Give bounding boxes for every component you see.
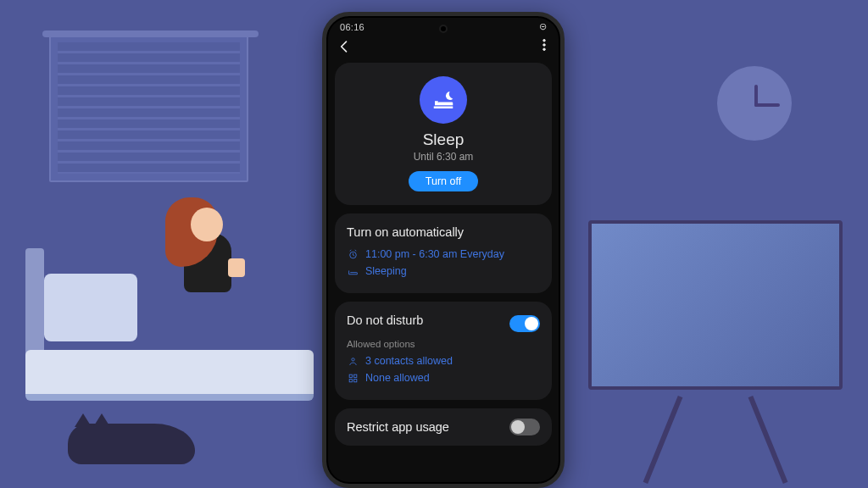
dnd-card: Do not disturb Allowed options 3 contact… <box>335 302 552 400</box>
svg-point-1 <box>543 44 546 47</box>
dnd-status-icon: ⊝ <box>539 21 547 32</box>
contacts-allowed-text: 3 contacts allowed <box>365 355 453 367</box>
schedule-row: 11:00 pm - 6:30 am Everyday <box>347 246 540 263</box>
mode-header-card: Sleep Until 6:30 am Turn off <box>335 63 552 205</box>
turn-off-button[interactable]: Turn off <box>409 171 478 191</box>
apps-allowed-text: None allowed <box>365 372 430 384</box>
dnd-toggle[interactable] <box>509 315 540 332</box>
condition-text: Sleeping <box>365 265 407 277</box>
mode-title: Sleep <box>347 130 540 149</box>
dnd-title: Do not disturb <box>347 313 423 327</box>
schedule-text: 11:00 pm - 6:30 am Everyday <box>365 248 504 260</box>
alarm-icon <box>347 248 359 260</box>
person-icon <box>347 355 359 367</box>
svg-point-4 <box>351 358 353 360</box>
mode-subtitle: Until 6:30 am <box>347 151 540 163</box>
svg-rect-8 <box>353 379 356 381</box>
phone-mockup: 06:16 ⊝ Sleep Until 6:30 am Turn off Tur… <box>322 12 565 488</box>
svg-point-0 <box>543 39 546 42</box>
svg-point-2 <box>543 48 546 51</box>
status-time: 06:16 <box>340 22 364 32</box>
bedroom-window-illustration <box>49 34 248 182</box>
svg-rect-7 <box>349 379 352 381</box>
cat-illustration <box>68 424 195 464</box>
apps-icon <box>347 372 359 384</box>
condition-row: Sleeping <box>347 263 540 280</box>
allowed-options-label: Allowed options <box>347 339 540 349</box>
auto-title: Turn on automatically <box>347 225 540 239</box>
svg-rect-5 <box>349 374 352 377</box>
svg-rect-6 <box>353 374 356 377</box>
app-bar <box>326 34 560 63</box>
wall-clock-illustration <box>717 66 792 141</box>
restrict-toggle[interactable] <box>509 419 540 435</box>
sleep-mode-icon <box>420 76 467 124</box>
contacts-allowed-row[interactable]: 3 contacts allowed <box>347 352 540 369</box>
restrict-title: Restrict app usage <box>347 420 449 434</box>
back-button[interactable] <box>335 37 353 56</box>
bed-illustration <box>25 248 318 452</box>
camera-notch <box>439 25 448 33</box>
tv-illustration <box>588 220 843 390</box>
auto-turn-on-card[interactable]: Turn on automatically 11:00 pm - 6:30 am… <box>335 214 552 293</box>
restrict-app-card: Restrict app usage <box>335 408 552 446</box>
more-options-button[interactable] <box>537 37 552 56</box>
bed-icon <box>347 265 359 277</box>
apps-allowed-row[interactable]: None allowed <box>347 369 540 386</box>
